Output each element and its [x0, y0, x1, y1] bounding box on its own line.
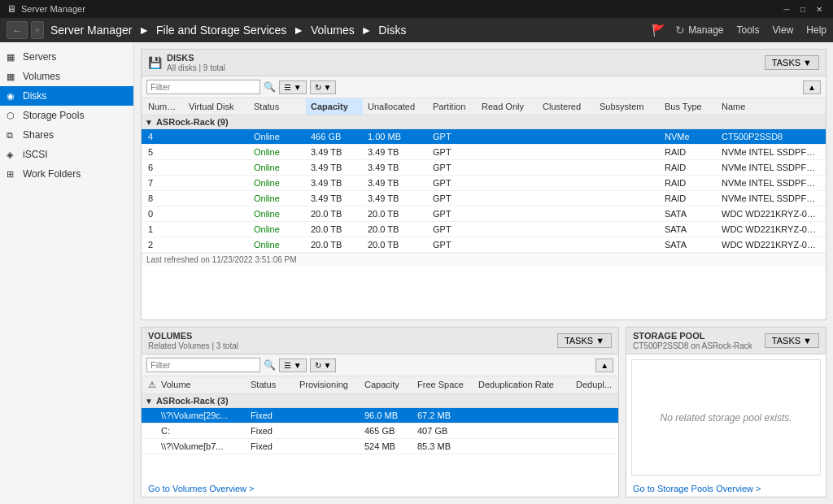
volume-row-2[interactable]: \\?\Volume[b7... Fixed 524 MB 85.3 MB: [142, 439, 618, 454]
main-layout: ▦ Servers ▦ Volumes ◉ Disks ⬡ Storage Po…: [0, 42, 833, 504]
vgroup-expand-icon[interactable]: ▼: [145, 397, 153, 406]
disks-search-icon[interactable]: 🔍: [264, 81, 276, 93]
disk-row-7[interactable]: 2 Online 20.0 TB 20.0 TB GPT SATA WDC WD…: [142, 237, 826, 253]
col-unallocated[interactable]: Unallocated: [363, 98, 428, 115]
disks-icon: ◉: [7, 91, 15, 102]
disk-cell-bus: RAID: [660, 145, 717, 159]
col-warn: ⚠: [143, 376, 156, 393]
sidebar-item-volumes[interactable]: ▦ Volumes: [0, 67, 133, 86]
col-partition[interactable]: Partition: [428, 98, 477, 115]
col-read-only[interactable]: Read Only: [477, 98, 538, 115]
vol-cell-status: Fixed: [246, 424, 294, 438]
disk-cell-unalloc: 3.49 TB: [363, 191, 428, 206]
group-expand-icon[interactable]: ▼: [145, 118, 153, 127]
disk-cell-name: NVMe INTEL SSDPF2K...: [717, 145, 824, 159]
vcol-provisioning[interactable]: Provisioning: [294, 376, 360, 393]
menu-help[interactable]: Help: [806, 24, 826, 36]
volumes-filter-input[interactable]: [146, 358, 260, 372]
disk-cell-bus: RAID: [660, 191, 717, 206]
menu-manage[interactable]: Manage: [688, 24, 723, 36]
disk-row-0[interactable]: 4 Online 466 GB 1.00 MB GPT NVMe CT500P2…: [142, 129, 826, 145]
disks-filter-input[interactable]: [146, 80, 260, 94]
disk-row-6[interactable]: 1 Online 20.0 TB 20.0 TB GPT SATA WDC WD…: [142, 222, 826, 237]
col-number[interactable]: Number: [143, 98, 184, 115]
forward-button[interactable]: ▼: [31, 21, 44, 39]
disks-list-view-button[interactable]: ☰ ▼: [279, 80, 307, 94]
disk-cell-ro: [477, 242, 538, 247]
minimize-button[interactable]: ─: [779, 2, 794, 15]
vol-cell-warn: [143, 413, 156, 418]
vol-cell-warn: [143, 444, 156, 449]
disk-cell-num: 0: [143, 206, 184, 221]
disk-cell-clust: [538, 134, 595, 139]
breadcrumb-volumes[interactable]: Volumes: [311, 24, 355, 37]
storage-tasks-button[interactable]: TASKS ▼: [765, 333, 819, 348]
disks-refresh-button[interactable]: ↻ ▼: [310, 80, 337, 94]
back-button[interactable]: ←: [7, 21, 28, 39]
sidebar-item-servers[interactable]: ▦ Servers: [0, 47, 133, 67]
col-subsystem[interactable]: Subsystem: [595, 98, 660, 115]
disk-cell-bus: SATA: [660, 237, 717, 252]
volumes-table: ▼ ASRock-Rack (3) \\?\Volume[29c... Fixe…: [142, 394, 618, 480]
maximize-button[interactable]: □: [796, 2, 810, 15]
volumes-tasks-button[interactable]: TASKS ▼: [557, 333, 612, 348]
volumes-search-icon[interactable]: 🔍: [264, 359, 276, 371]
vcol-free-space[interactable]: Free Space: [412, 376, 473, 393]
disks-toolbar: 🔍 ☰ ▼ ↻ ▼ ▲: [142, 76, 826, 98]
breadcrumb-servermanager[interactable]: Server Manager: [50, 24, 132, 37]
col-clustered[interactable]: Clustered: [538, 98, 595, 115]
bottom-panels: VOLUMES Related Volumes | 3 total TASKS …: [141, 327, 826, 497]
volume-row-1[interactable]: C: Fixed 465 GB 407 GB: [142, 424, 618, 439]
storage-overview-link[interactable]: Go to Storage Pools Overview >: [626, 480, 826, 497]
menu-view[interactable]: View: [773, 24, 794, 36]
refresh-icon[interactable]: ↻: [675, 24, 685, 37]
col-name[interactable]: Name: [717, 98, 824, 115]
disk-rows-container: 4 Online 466 GB 1.00 MB GPT NVMe CT500P2…: [142, 129, 826, 253]
disks-tasks-button[interactable]: TASKS ▼: [765, 55, 819, 70]
breadcrumb-filestorage[interactable]: File and Storage Services: [156, 24, 286, 37]
volume-row-0[interactable]: \\?\Volume[29c... Fixed 96.0 MB 67.2 MB: [142, 408, 618, 424]
disk-cell-sub: [595, 134, 660, 139]
col-capacity[interactable]: Capacity: [306, 98, 363, 115]
sidebar-item-disks[interactable]: ◉ Disks: [0, 86, 133, 106]
breadcrumb-disks[interactable]: Disks: [378, 24, 406, 37]
vcol-capacity[interactable]: Capacity: [360, 376, 412, 393]
sidebar-item-shares[interactable]: ⧉ Shares: [0, 125, 133, 145]
volumes-expand-button[interactable]: ▲: [595, 358, 613, 372]
col-bus-type[interactable]: Bus Type: [660, 98, 717, 115]
vol-cell-status: Fixed: [246, 408, 294, 423]
close-button[interactable]: ✕: [812, 2, 826, 15]
sidebar-item-storage-pools[interactable]: ⬡ Storage Pools: [0, 106, 133, 125]
menu-actions: Manage Tools View Help: [688, 24, 826, 36]
sidebar-item-iscsi[interactable]: ◈ iSCSI: [0, 145, 133, 164]
volumes-refresh-button[interactable]: ↻ ▼: [310, 358, 337, 372]
breadcrumb: Server Manager ► File and Storage Servic…: [50, 24, 648, 37]
disk-row-3[interactable]: 7 Online 3.49 TB 3.49 TB GPT RAID NVMe I…: [142, 176, 826, 191]
disk-row-5[interactable]: 0 Online 20.0 TB 20.0 TB GPT SATA WDC WD…: [142, 206, 826, 222]
disk-row-2[interactable]: 6 Online 3.49 TB 3.49 TB GPT RAID NVMe I…: [142, 160, 826, 176]
disk-cell-unalloc: 20.0 TB: [363, 222, 428, 237]
volumes-group-label: ASRock-Rack (3): [156, 396, 229, 406]
disk-cell-bus: NVMe: [660, 129, 717, 144]
vcol-dedup2[interactable]: Dedupl...: [571, 376, 617, 393]
disks-expand-button[interactable]: ▲: [803, 80, 821, 94]
disk-cell-status: Online: [249, 191, 306, 206]
col-status[interactable]: Status: [249, 98, 306, 115]
col-virtual-disk[interactable]: Virtual Disk: [184, 98, 249, 115]
disk-row-1[interactable]: 5 Online 3.49 TB 3.49 TB GPT RAID NVMe I…: [142, 145, 826, 160]
sidebar-item-work-folders[interactable]: ⊞ Work Folders: [0, 164, 133, 184]
vcol-volume[interactable]: Volume: [156, 376, 246, 393]
disk-cell-bus: SATA: [660, 222, 717, 237]
vcol-dedup-rate[interactable]: Deduplication Rate: [473, 376, 571, 393]
menu-tools[interactable]: Tools: [737, 24, 760, 36]
volumes-list-view-button[interactable]: ☰ ▼: [279, 358, 307, 372]
disk-cell-clust: [538, 180, 595, 185]
disk-cell-clust: [538, 227, 595, 232]
disk-row-4[interactable]: 8 Online 3.49 TB 3.49 TB GPT RAID NVMe I…: [142, 191, 826, 206]
work-folders-icon: ⊞: [7, 169, 14, 180]
storage-pool-panel: STORAGE POOL CT500P2SSD8 on ASRock-Rack …: [626, 327, 826, 497]
volumes-overview-link[interactable]: Go to Volumes Overview >: [142, 480, 618, 497]
vcol-status[interactable]: Status: [246, 376, 294, 393]
menubar: ← ▼ Server Manager ► File and Storage Se…: [0, 18, 833, 42]
vol-cell-vol: \\?\Volume[b7...: [156, 439, 246, 454]
